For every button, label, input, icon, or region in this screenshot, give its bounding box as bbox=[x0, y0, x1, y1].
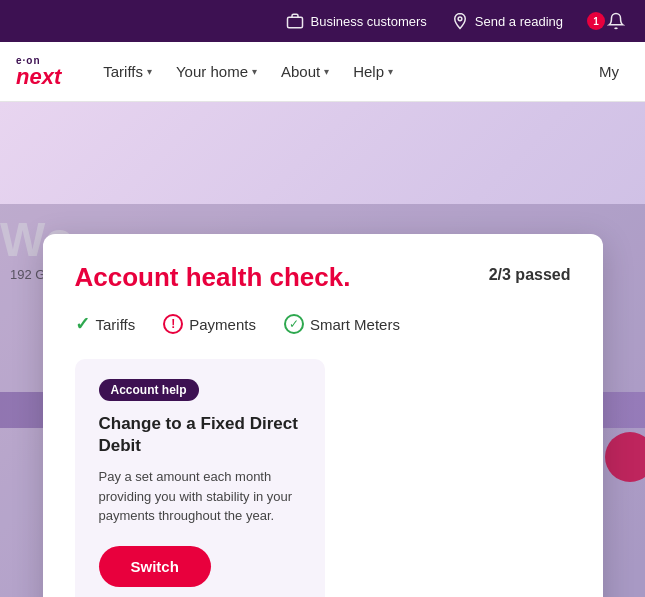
nav-bar: e·on next Tariffs ▾ Your home ▾ About ▾ … bbox=[0, 42, 645, 102]
logo[interactable]: e·on next bbox=[16, 55, 61, 88]
nav-about-label: About bbox=[281, 63, 320, 80]
card-tag: Account help bbox=[99, 379, 199, 401]
help-chevron-icon: ▾ bbox=[388, 66, 393, 77]
action-card: Account help Change to a Fixed Direct De… bbox=[75, 359, 325, 597]
svg-point-1 bbox=[458, 17, 462, 21]
check-payments: ! Payments bbox=[163, 314, 256, 334]
check-items-row: ✓ Tariffs ! Payments ✓ Smart Meters bbox=[75, 313, 571, 335]
nav-my-label: My bbox=[599, 63, 619, 80]
top-bar: Business customers Send a reading 1 bbox=[0, 0, 645, 42]
check-tariffs: ✓ Tariffs bbox=[75, 313, 136, 335]
notification-bell[interactable]: 1 bbox=[587, 12, 625, 30]
nav-tariffs[interactable]: Tariffs ▾ bbox=[93, 55, 162, 88]
logo-next: next bbox=[16, 66, 61, 88]
notification-count: 1 bbox=[587, 12, 605, 30]
svg-rect-0 bbox=[288, 17, 303, 28]
nav-tariffs-label: Tariffs bbox=[103, 63, 143, 80]
nav-help[interactable]: Help ▾ bbox=[343, 55, 403, 88]
send-reading-link[interactable]: Send a reading bbox=[451, 12, 563, 30]
modal-title: Account health check. bbox=[75, 262, 351, 293]
page-background: Wo 192 G... Ac t paympaymement iss after… bbox=[0, 102, 645, 597]
tariffs-checkmark-icon: ✓ bbox=[75, 313, 90, 335]
switch-button[interactable]: Switch bbox=[99, 546, 211, 587]
nav-my[interactable]: My bbox=[589, 55, 629, 88]
account-health-modal: Account health check. 2/3 passed ✓ Tarif… bbox=[43, 234, 603, 597]
payments-warning-icon: ! bbox=[163, 314, 183, 334]
main-nav: Tariffs ▾ Your home ▾ About ▾ Help ▾ My bbox=[93, 55, 629, 88]
your-home-chevron-icon: ▾ bbox=[252, 66, 257, 77]
check-payments-label: Payments bbox=[189, 316, 256, 333]
card-title: Change to a Fixed Direct Debit bbox=[99, 413, 301, 457]
business-customers-link[interactable]: Business customers bbox=[286, 12, 426, 30]
nav-about[interactable]: About ▾ bbox=[271, 55, 339, 88]
send-reading-label: Send a reading bbox=[475, 14, 563, 29]
smart-meters-checkmark-icon: ✓ bbox=[284, 314, 304, 334]
passed-badge: 2/3 passed bbox=[489, 266, 571, 284]
about-chevron-icon: ▾ bbox=[324, 66, 329, 77]
modal-header: Account health check. 2/3 passed bbox=[75, 262, 571, 293]
business-customers-label: Business customers bbox=[310, 14, 426, 29]
check-smart-meters-label: Smart Meters bbox=[310, 316, 400, 333]
check-tariffs-label: Tariffs bbox=[96, 316, 136, 333]
tariffs-chevron-icon: ▾ bbox=[147, 66, 152, 77]
check-smart-meters: ✓ Smart Meters bbox=[284, 314, 400, 334]
modal-overlay: Account health check. 2/3 passed ✓ Tarif… bbox=[0, 204, 645, 597]
nav-help-label: Help bbox=[353, 63, 384, 80]
card-description: Pay a set amount each month providing yo… bbox=[99, 467, 301, 526]
nav-your-home[interactable]: Your home ▾ bbox=[166, 55, 267, 88]
nav-your-home-label: Your home bbox=[176, 63, 248, 80]
